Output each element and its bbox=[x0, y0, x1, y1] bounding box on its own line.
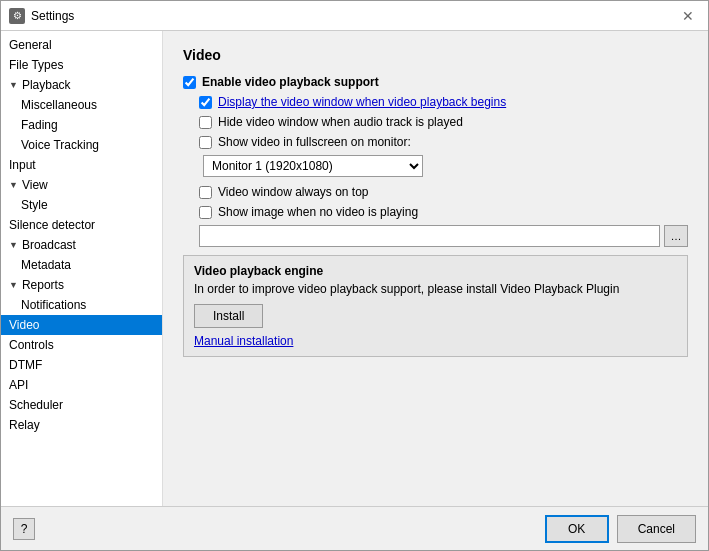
sidebar-item-style[interactable]: Style bbox=[1, 195, 162, 215]
engine-section: Video playback engine In order to improv… bbox=[183, 255, 688, 357]
sidebar-item-notifications[interactable]: Notifications bbox=[1, 295, 162, 315]
titlebar: ⚙ Settings ✕ bbox=[1, 1, 708, 31]
show-image-checkbox[interactable] bbox=[199, 206, 212, 219]
sidebar-item-dtmf[interactable]: DTMF bbox=[1, 355, 162, 375]
ok-button[interactable]: OK bbox=[545, 515, 609, 543]
enable-video-row: Enable video playback support bbox=[183, 75, 688, 89]
sidebar-item-playback[interactable]: ▼ Playback bbox=[1, 75, 162, 95]
hide-window-row: Hide video window when audio track is pl… bbox=[199, 115, 688, 129]
show-fullscreen-label: Show video in fullscreen on monitor: bbox=[218, 135, 411, 149]
image-file-input[interactable] bbox=[199, 225, 660, 247]
show-fullscreen-checkbox[interactable] bbox=[199, 136, 212, 149]
browse-button[interactable]: … bbox=[664, 225, 688, 247]
footer: ? OK Cancel bbox=[1, 506, 708, 550]
sidebar-item-view-label: View bbox=[22, 178, 48, 192]
display-window-label: Display the video window when video play… bbox=[218, 95, 506, 109]
settings-window: ⚙ Settings ✕ General File Types ▼ Playba… bbox=[0, 0, 709, 551]
sidebar-item-silence-detector[interactable]: Silence detector bbox=[1, 215, 162, 235]
show-fullscreen-row: Show video in fullscreen on monitor: bbox=[199, 135, 688, 149]
sidebar-item-general[interactable]: General bbox=[1, 35, 162, 55]
engine-text: In order to improve video playback suppo… bbox=[194, 282, 677, 296]
hide-window-checkbox[interactable] bbox=[199, 116, 212, 129]
sidebar-item-view[interactable]: ▼ View bbox=[1, 175, 162, 195]
install-button[interactable]: Install bbox=[194, 304, 263, 328]
caret-icon-view: ▼ bbox=[9, 180, 18, 190]
sidebar-item-voice-tracking[interactable]: Voice Tracking bbox=[1, 135, 162, 155]
caret-icon: ▼ bbox=[9, 80, 18, 90]
window-title: Settings bbox=[31, 9, 74, 23]
always-on-top-row: Video window always on top bbox=[199, 185, 688, 199]
image-file-row: … bbox=[199, 225, 688, 247]
app-icon: ⚙ bbox=[9, 8, 25, 24]
always-on-top-checkbox[interactable] bbox=[199, 186, 212, 199]
sidebar: General File Types ▼ Playback Miscellane… bbox=[1, 31, 163, 506]
sidebar-item-relay[interactable]: Relay bbox=[1, 415, 162, 435]
sidebar-item-broadcast-label: Broadcast bbox=[22, 238, 76, 252]
monitor-select[interactable]: Monitor 1 (1920x1080) Monitor 2 bbox=[203, 155, 423, 177]
sidebar-item-broadcast[interactable]: ▼ Broadcast bbox=[1, 235, 162, 255]
sidebar-item-reports[interactable]: ▼ Reports bbox=[1, 275, 162, 295]
footer-left: ? bbox=[13, 518, 35, 540]
caret-icon-reports: ▼ bbox=[9, 280, 18, 290]
content-area: General File Types ▼ Playback Miscellane… bbox=[1, 31, 708, 506]
cancel-button[interactable]: Cancel bbox=[617, 515, 696, 543]
always-on-top-label: Video window always on top bbox=[218, 185, 369, 199]
sidebar-item-input[interactable]: Input bbox=[1, 155, 162, 175]
sidebar-item-miscellaneous[interactable]: Miscellaneous bbox=[1, 95, 162, 115]
sidebar-item-controls[interactable]: Controls bbox=[1, 335, 162, 355]
sidebar-item-scheduler[interactable]: Scheduler bbox=[1, 395, 162, 415]
display-window-checkbox[interactable] bbox=[199, 96, 212, 109]
titlebar-left: ⚙ Settings bbox=[9, 8, 74, 24]
monitor-select-row: Monitor 1 (1920x1080) Monitor 2 bbox=[203, 155, 688, 177]
caret-icon-broadcast: ▼ bbox=[9, 240, 18, 250]
show-image-row: Show image when no video is playing bbox=[199, 205, 688, 219]
manual-installation-link[interactable]: Manual installation bbox=[194, 334, 293, 348]
main-panel: Video Enable video playback support Disp… bbox=[163, 31, 708, 506]
engine-title: Video playback engine bbox=[194, 264, 677, 278]
enable-video-checkbox[interactable] bbox=[183, 76, 196, 89]
footer-right: OK Cancel bbox=[545, 515, 696, 543]
sidebar-item-playback-label: Playback bbox=[22, 78, 71, 92]
sidebar-item-api[interactable]: API bbox=[1, 375, 162, 395]
sidebar-item-reports-label: Reports bbox=[22, 278, 64, 292]
display-window-row: Display the video window when video play… bbox=[199, 95, 688, 109]
sidebar-item-file-types[interactable]: File Types bbox=[1, 55, 162, 75]
close-button[interactable]: ✕ bbox=[676, 4, 700, 28]
help-button[interactable]: ? bbox=[13, 518, 35, 540]
panel-title: Video bbox=[183, 47, 688, 63]
sidebar-item-video[interactable]: Video bbox=[1, 315, 162, 335]
enable-video-label: Enable video playback support bbox=[202, 75, 379, 89]
hide-window-label: Hide video window when audio track is pl… bbox=[218, 115, 463, 129]
show-image-label: Show image when no video is playing bbox=[218, 205, 418, 219]
sidebar-item-fading[interactable]: Fading bbox=[1, 115, 162, 135]
sidebar-item-metadata[interactable]: Metadata bbox=[1, 255, 162, 275]
